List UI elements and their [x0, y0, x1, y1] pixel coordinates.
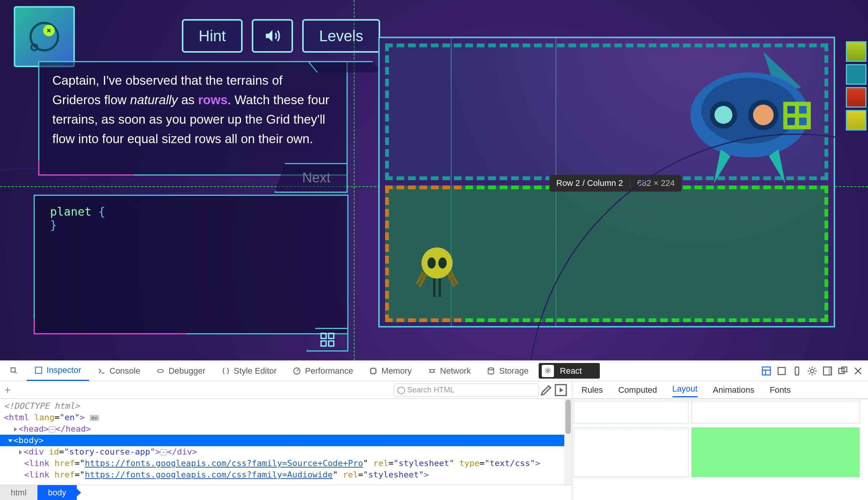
code-editor[interactable]: planet { } — [34, 195, 348, 334]
gear-icon — [807, 366, 818, 376]
svg-rect-17 — [36, 367, 42, 374]
tree-scrollbar[interactable] — [564, 399, 572, 485]
crumb-html[interactable]: html — [0, 485, 37, 500]
svg-point-25 — [810, 369, 814, 373]
alien-icon — [414, 244, 460, 309]
settings-button[interactable] — [807, 366, 818, 376]
levels-button[interactable]: Levels — [302, 19, 380, 53]
network-icon — [428, 367, 436, 375]
swatch-lava[interactable] — [846, 87, 866, 108]
react-icon: ⚛ — [542, 365, 554, 377]
svg-point-21 — [488, 368, 494, 370]
swatch-grass[interactable] — [846, 41, 866, 62]
top-buttons: Hint Levels — [182, 19, 380, 53]
svg-point-15 — [428, 258, 436, 269]
devtools-tool-icons — [761, 361, 868, 381]
dock-right-button[interactable] — [822, 366, 833, 376]
layout-view-button[interactable] — [761, 366, 772, 376]
svg-point-0 — [31, 23, 58, 50]
tab-storage[interactable]: Storage — [479, 361, 536, 381]
subtab-layout[interactable]: Layout — [672, 384, 698, 397]
side-tabs: Rules Computed Layout Animations Fonts — [572, 381, 868, 399]
grid-icon — [320, 332, 335, 347]
storage-icon — [487, 367, 495, 375]
devtools-search-row: + Search HTML — [0, 381, 572, 399]
panel-accent — [34, 319, 186, 334]
tab-inspector[interactable]: Inspector — [27, 361, 89, 381]
grid-toggle-button[interactable] — [306, 328, 348, 352]
swatch-sand[interactable] — [846, 110, 866, 131]
dialog-text: Captain, I've observed that the terrains… — [52, 73, 329, 146]
devtools-side-pane: Rules Computed Layout Animations Fonts — [572, 381, 868, 500]
game-viewport: Hint Levels Captain, I've observed that … — [0, 0, 868, 360]
bot-icon — [25, 18, 63, 56]
tab-memory[interactable]: Memory — [361, 361, 419, 381]
sound-button[interactable] — [252, 19, 293, 53]
memory-icon — [369, 367, 377, 375]
devtools-panel: Inspector Console Debugger Style Editor … — [0, 360, 868, 500]
swatch-ocean[interactable] — [846, 64, 866, 85]
hint-button[interactable]: Hint — [182, 19, 243, 53]
spaceship-icon — [681, 46, 818, 191]
edit-html-button[interactable] — [539, 383, 554, 397]
svg-point-16 — [439, 258, 447, 269]
svg-rect-23 — [778, 367, 785, 374]
svg-rect-24 — [795, 367, 798, 375]
breadcrumb: html body — [0, 485, 572, 500]
svg-point-10 — [714, 106, 732, 124]
panel-notch — [307, 61, 382, 73]
panel-accent — [38, 160, 134, 176]
search-html-input[interactable]: Search HTML — [394, 384, 539, 397]
cursor-icon — [10, 367, 18, 375]
svg-rect-6 — [329, 341, 334, 346]
gauge-icon — [293, 367, 301, 375]
tab-performance[interactable]: Performance — [285, 361, 361, 381]
svg-rect-22 — [763, 367, 771, 375]
svg-point-12 — [753, 105, 774, 125]
subtab-computed[interactable]: Computed — [618, 385, 657, 395]
play-panel-icon — [554, 383, 568, 397]
speaker-icon — [264, 27, 281, 45]
pick-element-button[interactable] — [2, 361, 26, 381]
debugger-icon — [156, 367, 165, 375]
narrator-avatar — [14, 6, 75, 67]
layout-grid-diagram — [572, 399, 868, 500]
grid-cell-hud: Row 2 / Column 2 682 × 224 — [549, 175, 682, 192]
devtools-body: + Search HTML <!DOCTYPE html> <html lang… — [0, 381, 868, 500]
terrain-swatches — [846, 41, 866, 131]
grid-playfield: Row 2 / Column 2 682 × 224 — [378, 37, 835, 327]
tab-react[interactable]: ⚛React — [539, 363, 600, 379]
close-icon — [853, 366, 863, 376]
inspector-icon — [34, 366, 43, 374]
svg-rect-18 — [158, 369, 164, 372]
tab-style-editor[interactable]: Style Editor — [214, 361, 285, 381]
dom-tree[interactable]: <!DOCTYPE html> <html lang="en"> ev <hea… — [0, 399, 572, 485]
mobile-button[interactable] — [792, 366, 802, 376]
devtools-tabs: Inspector Console Debugger Style Editor … — [0, 361, 868, 381]
pencil-icon — [539, 383, 554, 397]
devtools-markup-pane: + Search HTML <!DOCTYPE html> <html lang… — [0, 381, 572, 500]
svg-rect-20 — [371, 368, 376, 373]
eyedropper-button[interactable] — [554, 383, 568, 397]
hud-cell: Row 2 / Column 2 — [549, 178, 630, 188]
subtab-rules[interactable]: Rules — [581, 385, 603, 395]
svg-rect-3 — [321, 333, 326, 338]
subtab-animations[interactable]: Animations — [713, 385, 755, 395]
subtab-fonts[interactable]: Fonts — [770, 385, 791, 395]
svg-point-14 — [421, 247, 453, 279]
braces-icon — [222, 367, 230, 375]
hud-dimensions: 682 × 224 — [630, 178, 682, 188]
new-node-button[interactable]: + — [0, 384, 15, 396]
close-devtools-button[interactable] — [853, 366, 863, 376]
crumb-body[interactable]: body — [37, 485, 77, 500]
console-icon — [97, 367, 106, 375]
svg-rect-27 — [828, 367, 831, 375]
tab-debugger[interactable]: Debugger — [149, 361, 213, 381]
devtools-grid-guide — [354, 0, 355, 360]
next-button[interactable]: Next — [274, 163, 348, 193]
responsive-button[interactable] — [776, 366, 787, 376]
dock-separate-button[interactable] — [837, 366, 848, 376]
tab-network[interactable]: Network — [420, 361, 479, 381]
svg-rect-5 — [321, 341, 326, 346]
tab-console[interactable]: Console — [90, 361, 148, 381]
